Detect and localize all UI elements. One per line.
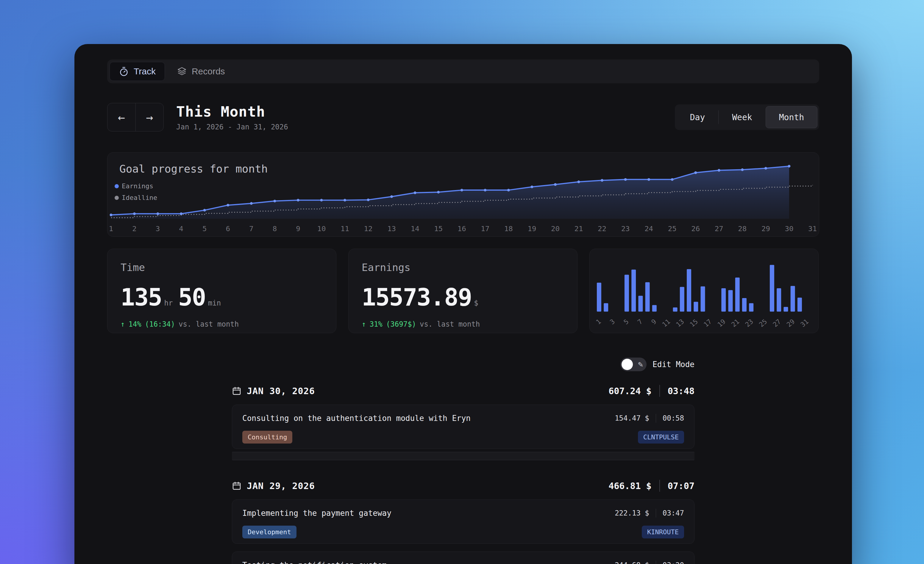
record-entry[interactable]: Consulting on the authentication module …: [232, 405, 694, 449]
svg-text:10: 10: [317, 224, 326, 233]
svg-text:3: 3: [609, 318, 616, 326]
svg-text:8: 8: [273, 224, 277, 233]
toggle-knob: [621, 359, 633, 370]
earnings-stat-label: Earnings: [362, 262, 564, 273]
earnings-delta-suffix: vs. last month: [420, 320, 480, 328]
svg-text:19: 19: [716, 318, 727, 328]
svg-text:16: 16: [458, 224, 466, 233]
svg-text:17: 17: [702, 318, 713, 328]
entry-title: Testing the notification system: [242, 561, 387, 564]
edit-mode-toggle[interactable]: ✎: [620, 358, 646, 371]
day-date: JAN 29, 2026: [247, 481, 315, 491]
legend-label: Earnings: [122, 183, 153, 190]
svg-text:20: 20: [551, 224, 560, 233]
time-delta-suffix: vs. last month: [178, 320, 239, 328]
svg-text:2: 2: [132, 224, 136, 233]
svg-text:21: 21: [730, 318, 741, 328]
svg-text:9: 9: [296, 224, 300, 233]
day-total-time: 03:48: [668, 386, 694, 396]
record-entry[interactable]: Implementing the payment gateway222.13 $…: [232, 500, 694, 544]
day-totals: 466.81 $07:07: [609, 480, 694, 492]
range-button-day[interactable]: Day: [676, 106, 718, 128]
earnings-delta-pct: 31%: [369, 320, 382, 328]
tab-records[interactable]: Records: [168, 62, 234, 81]
svg-text:27: 27: [772, 318, 782, 328]
main-tabbar: Track Records: [107, 60, 819, 83]
entry-divider: [656, 414, 656, 423]
goal-progress-card: Goal progress for month EarningsIdeallin…: [107, 152, 819, 237]
category-tag[interactable]: Consulting: [242, 431, 292, 444]
client-tag[interactable]: KINROUTE: [642, 526, 684, 539]
svg-text:13: 13: [675, 318, 685, 328]
tab-track-label: Track: [134, 66, 156, 76]
up-arrow-icon: ↑: [362, 320, 366, 328]
svg-text:6: 6: [226, 224, 230, 233]
time-stat-card: Time 135 hr 50 min ↑ 14% (16:34) vs. las…: [107, 249, 336, 333]
legend-dot: [115, 184, 119, 188]
tab-records-label: Records: [192, 66, 225, 76]
period-date-range: Jan 1, 2026 - Jan 31, 2026: [176, 123, 288, 131]
svg-text:31: 31: [799, 318, 810, 328]
entry-divider: [656, 561, 656, 564]
svg-text:25: 25: [668, 224, 676, 233]
earnings-stat-card: Earnings 15573.89 $ ↑ 31% (3697$) vs. la…: [348, 249, 578, 333]
entry-time: 03:20: [663, 561, 684, 564]
day-total-money: 466.81 $: [609, 481, 652, 491]
day-totals: 607.24 $03:48: [609, 385, 694, 397]
legend-dot: [115, 196, 119, 200]
day-total-money: 607.24 $: [609, 386, 652, 396]
entry-tag-row: ConsultingCLNTPULSE: [242, 434, 684, 441]
svg-text:25: 25: [758, 318, 768, 328]
layers-icon: [177, 66, 187, 76]
svg-text:13: 13: [387, 224, 396, 233]
client-tag[interactable]: CLNTPULSE: [638, 431, 684, 444]
entry-money: 222.13 $: [615, 509, 649, 517]
entry-money: 154.47 $: [615, 414, 649, 422]
entry-title: Consulting on the authentication module …: [242, 414, 471, 423]
time-stat-label: Time: [120, 262, 323, 273]
svg-text:23: 23: [621, 224, 630, 233]
entry-tags-left: Consulting: [242, 434, 292, 441]
entry-amounts: 154.47 $00:58: [615, 414, 684, 423]
goal-chart-title: Goal progress for month: [119, 163, 268, 175]
svg-text:7: 7: [636, 318, 644, 326]
range-button-week[interactable]: Week: [718, 106, 765, 128]
entry-tags-left: Development: [242, 528, 297, 536]
prev-period-button[interactable]: ←: [108, 103, 135, 131]
arrow-left-icon: ←: [118, 110, 125, 124]
tab-track[interactable]: Track: [110, 62, 165, 81]
entry-divider: [656, 509, 656, 518]
entry-tag-row: DevelopmentKINROUTE: [242, 528, 684, 536]
next-period-button[interactable]: →: [135, 103, 164, 131]
day-date: JAN 30, 2026: [247, 386, 315, 396]
up-arrow-icon: ↑: [120, 320, 125, 328]
pencil-icon: ✎: [638, 359, 643, 369]
day-groups: JAN 30, 2026607.24 $03:48Consulting on t…: [232, 385, 694, 564]
day-group: JAN 30, 2026607.24 $03:48Consulting on t…: [232, 385, 694, 449]
svg-text:14: 14: [411, 224, 419, 233]
legend-item-idealline: Idealline: [115, 194, 157, 201]
entry-time: 00:58: [663, 414, 684, 422]
earnings-delta-detail: (3697$): [386, 320, 416, 328]
app-window: Track Records ← → This Month Jan 1, 2026…: [74, 44, 852, 564]
range-button-month[interactable]: Month: [766, 106, 818, 128]
goal-chart-legend: EarningsIdealline: [115, 183, 157, 205]
svg-text:11: 11: [661, 318, 672, 328]
svg-text:7: 7: [249, 224, 254, 233]
record-entry[interactable]: Testing the notification system244.68 $0…: [232, 552, 694, 564]
period-header: ← → This Month Jan 1, 2026 - Jan 31, 202…: [107, 103, 819, 132]
app-content: Track Records ← → This Month Jan 1, 2026…: [74, 44, 852, 564]
day-total-time: 07:07: [668, 481, 694, 491]
calendar-icon: [232, 386, 242, 396]
desktop-background: Track Records ← → This Month Jan 1, 2026…: [0, 0, 924, 564]
svg-text:31: 31: [808, 224, 817, 233]
entry-amounts: 244.68 $03:20: [615, 561, 684, 564]
svg-text:1: 1: [594, 318, 602, 326]
totals-divider: [659, 480, 660, 492]
stopwatch-icon: [119, 66, 129, 76]
time-minutes-value: 50: [178, 283, 206, 311]
svg-text:23: 23: [744, 318, 754, 328]
svg-text:9: 9: [650, 318, 658, 326]
edit-mode-row: ✎ Edit Mode: [232, 358, 694, 371]
category-tag[interactable]: Development: [242, 526, 297, 539]
